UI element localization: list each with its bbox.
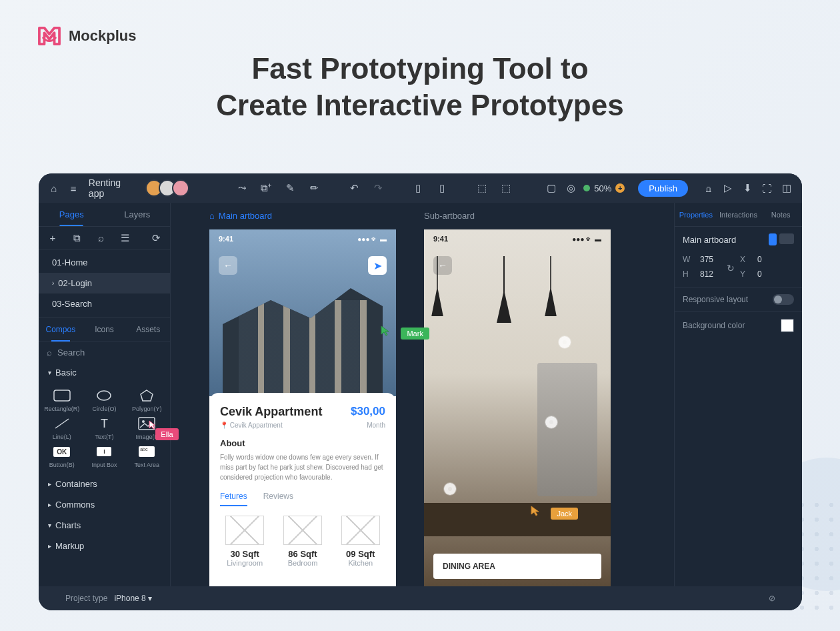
comp-polygon[interactable]: Polygon(Y): [127, 388, 166, 412]
home-icon: ⌂: [209, 211, 215, 221]
share-icon[interactable]: ⩍: [701, 181, 715, 195]
comp-text[interactable]: TText(T): [85, 416, 124, 440]
add-frame-icon[interactable]: ⧉⁺: [259, 181, 273, 195]
artboard-main[interactable]: 9:41 ●●● ᯤ ▬ ← ➤ $30,00 Cevik Appartment…: [209, 229, 396, 586]
listing-location: 📍 Cevik Appartment: [220, 422, 283, 429]
tab-icons[interactable]: Icons: [83, 318, 127, 342]
comp-button[interactable]: OKButton(B): [43, 444, 81, 468]
section-basic[interactable]: ▾Basic: [39, 362, 170, 383]
comp-circle[interactable]: Circle(O): [85, 388, 124, 412]
dining-chip[interactable]: DINING AREA: [433, 554, 601, 579]
page-item[interactable]: 01-Home: [39, 252, 170, 273]
collapse-icon[interactable]: ⟳: [149, 231, 163, 245]
target-icon[interactable]: ◎: [564, 181, 578, 195]
back-button[interactable]: ←: [433, 256, 452, 275]
undo-icon[interactable]: ↶: [347, 181, 361, 195]
home-icon[interactable]: ⌂: [47, 181, 61, 195]
view-icon[interactable]: ▢: [544, 181, 558, 195]
menu-icon[interactable]: ≡: [66, 181, 80, 195]
comp-image[interactable]: Image(I) Ella: [127, 416, 166, 440]
hotspot[interactable]: [444, 483, 456, 495]
chevron-right-icon: ›: [52, 279, 54, 287]
canvas[interactable]: ⌂Main artboard Sub-artboard 9:41 ●●● ᯤ ▬…: [171, 203, 674, 586]
avatar[interactable]: [172, 179, 189, 197]
listing-card: $30,00 Cevik Appartment 📍 Cevik Appartme…: [209, 393, 396, 586]
tab-pages[interactable]: Pages: [39, 203, 105, 226]
status-indicator: [583, 185, 590, 191]
tab-components[interactable]: Compos: [39, 318, 83, 342]
page-item[interactable]: ›02-Login: [39, 273, 170, 293]
fullscreen-icon[interactable]: ⛶: [760, 181, 774, 195]
align-left-icon[interactable]: ▯: [411, 181, 425, 195]
svg-point-1: [97, 391, 111, 400]
publish-button[interactable]: Publish: [638, 180, 688, 197]
comp-line[interactable]: Line(L): [43, 416, 81, 440]
comp-rectangle[interactable]: Rectangle(R): [43, 388, 81, 412]
placeholder-image-icon: [225, 516, 264, 545]
zoom-value[interactable]: 50%: [594, 183, 611, 193]
section-commons[interactable]: ▸Commons: [39, 494, 170, 515]
portrait-icon[interactable]: [769, 233, 777, 245]
responsive-toggle[interactable]: [773, 294, 794, 305]
tab-assets[interactable]: Assets: [126, 318, 170, 342]
device-selector[interactable]: iPhone 8 ▾: [114, 594, 152, 603]
spec-item: 30 SqftLivingroom: [220, 516, 269, 567]
back-button[interactable]: ←: [219, 256, 237, 275]
y-input[interactable]: 0: [757, 269, 791, 279]
tab-layers[interactable]: Layers: [105, 203, 171, 226]
section-charts[interactable]: ▾Charts: [39, 515, 170, 536]
add-icon[interactable]: +: [45, 231, 60, 245]
landscape-icon[interactable]: [779, 233, 794, 244]
align-right-icon[interactable]: ▯: [435, 181, 449, 195]
hotspot[interactable]: [545, 416, 557, 428]
tab-features[interactable]: Fetures: [220, 492, 247, 506]
chevron-right-icon: ▸: [48, 501, 51, 508]
collaborator-avatars[interactable]: [149, 179, 189, 197]
bg-color-swatch[interactable]: [781, 319, 794, 332]
spec-item: 09 SqftKitchen: [336, 516, 385, 567]
duplicate-icon[interactable]: ⧉: [69, 231, 84, 245]
pen-icon[interactable]: ✎: [283, 181, 297, 195]
svg-marker-2: [141, 390, 153, 401]
tab-reviews[interactable]: Reviews: [263, 492, 293, 506]
navigate-button[interactable]: ➤: [368, 256, 387, 275]
tab-properties[interactable]: Properties: [675, 203, 717, 226]
bg-color-label: Background color: [683, 321, 745, 330]
tab-interactions[interactable]: Interactions: [717, 203, 760, 226]
disable-icon[interactable]: ⊘: [769, 594, 775, 603]
panel-icon[interactable]: ◫: [780, 181, 794, 195]
page-headline: Fast Prototyping Tool to Create Interact…: [0, 50, 840, 123]
section-containers[interactable]: ▸Containers: [39, 474, 170, 494]
artboard-sub[interactable]: 9:41 ●●● ᯤ ▬ ← DINING AREA: [424, 229, 611, 586]
artboard-label-sub[interactable]: Sub-artboard: [424, 211, 475, 221]
orientation-toggle[interactable]: [769, 233, 794, 245]
chevron-right-icon: ▸: [48, 542, 51, 550]
hotspot[interactable]: [559, 336, 571, 348]
download-icon[interactable]: ⬇: [741, 181, 755, 195]
app-toolbar: ⌂ ≡ Renting app ⤳ ⧉⁺ ✎ ✏ ↶ ↷ ▯ ▯ ⬚ ⬚ ▢ ◎: [39, 173, 802, 203]
reset-icon[interactable]: ↻: [727, 263, 735, 273]
search-input[interactable]: Search: [57, 348, 85, 358]
swap-icon[interactable]: ⤳: [235, 181, 249, 195]
add-zoom-icon[interactable]: +: [615, 183, 625, 193]
list-icon[interactable]: ☰: [117, 231, 132, 245]
page-item[interactable]: 03-Search: [39, 293, 170, 314]
tab-notes[interactable]: Notes: [759, 203, 802, 226]
comp-textarea[interactable]: Text Area: [127, 444, 166, 468]
comp-input[interactable]: IInput Box: [85, 444, 124, 468]
distribute-bottom-icon[interactable]: ⬚: [499, 181, 513, 195]
distribute-top-icon[interactable]: ⬚: [475, 181, 489, 195]
listing-period: Month: [367, 422, 385, 429]
x-input[interactable]: 0: [757, 255, 791, 264]
kitchen-image: ← DINING AREA: [424, 229, 611, 586]
search-icon[interactable]: ⌕: [93, 231, 108, 245]
artboard-label-main[interactable]: ⌂Main artboard: [209, 211, 272, 221]
placeholder-image-icon: [283, 516, 322, 545]
project-type-label: Project type: [65, 594, 107, 603]
play-icon[interactable]: ▷: [721, 181, 735, 195]
edit-icon[interactable]: ✏: [307, 181, 321, 195]
cursor-icon: [381, 326, 391, 336]
redo-icon[interactable]: ↷: [371, 181, 385, 195]
chevron-down-icon: ▾: [48, 522, 51, 529]
section-markup[interactable]: ▸Markup: [39, 536, 170, 556]
